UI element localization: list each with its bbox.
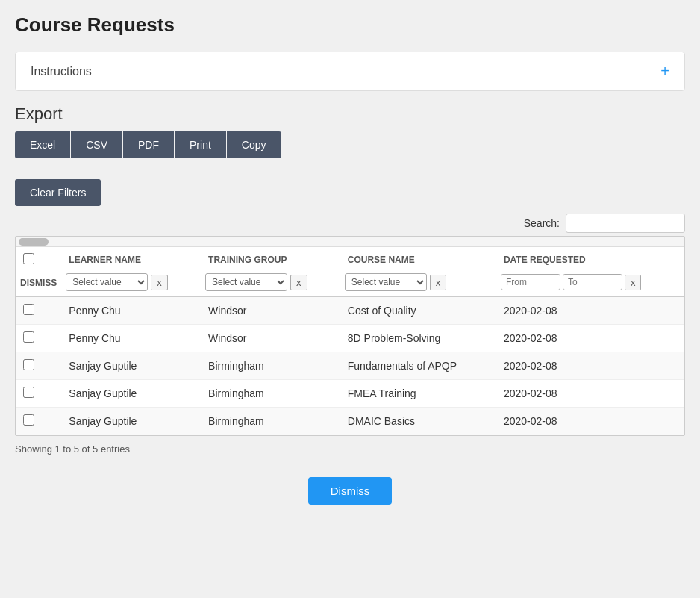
learner-name-select[interactable]: Select value	[66, 273, 148, 291]
training-group-cell: Birmingham	[201, 352, 340, 380]
row-checkbox[interactable]	[23, 414, 34, 426]
export-section: Export Excel CSV PDF Print Copy	[15, 105, 685, 158]
th-training-group-filter: Select value x	[201, 270, 340, 297]
date-requested-cell: 2020-02-08	[496, 352, 684, 380]
course-requests-table: LEARNER NAME TRAINING GROUP COURSE NAME …	[16, 247, 684, 435]
th-course-name: COURSE NAME	[340, 247, 496, 270]
date-requested-cell: 2020-02-08	[496, 325, 684, 352]
th-dismiss-filter: DISMISS	[16, 270, 61, 297]
export-buttons-group: Excel CSV PDF Print Copy	[15, 131, 685, 158]
table-row: Sanjay GuptileBirminghamFMEA Training202…	[16, 380, 684, 408]
date-requested-cell: 2020-02-08	[496, 380, 684, 408]
export-print-button[interactable]: Print	[175, 131, 226, 158]
clear-filters-button[interactable]: Clear Filters	[15, 179, 101, 206]
table-scroll-wrapper: LEARNER NAME TRAINING GROUP COURSE NAME …	[15, 236, 685, 436]
course-name-cell: FMEA Training	[340, 380, 496, 408]
page-title: Course Requests	[15, 13, 685, 37]
row-checkbox-cell	[16, 296, 61, 325]
instructions-label: Instructions	[31, 65, 92, 78]
table-row: Sanjay GuptileBirminghamDMAIC Basics2020…	[16, 408, 684, 435]
row-checkbox-cell	[16, 352, 61, 380]
table-filter-row: DISMISS Select value x Sel	[16, 270, 684, 297]
learner-name-cell: Sanjay Guptile	[61, 352, 201, 380]
th-learner-name: LEARNER NAME	[61, 247, 201, 270]
row-checkbox[interactable]	[23, 331, 34, 343]
training-group-filter-wrapper: Select value x	[205, 273, 336, 291]
export-title: Export	[15, 105, 685, 124]
scrollbar-thumb	[19, 238, 49, 246]
row-checkbox[interactable]	[23, 304, 34, 315]
row-checkbox[interactable]	[23, 387, 34, 398]
course-name-filter-wrapper: Select value x	[345, 273, 492, 291]
course-name-select[interactable]: Select value	[345, 273, 427, 291]
entries-info: Showing 1 to 5 of 5 entries	[15, 443, 685, 455]
dismiss-footer: Dismiss	[15, 477, 685, 520]
instructions-box: Instructions +	[15, 52, 685, 91]
th-date-requested: DATE REQUESTED	[496, 247, 684, 270]
date-requested-cell: 2020-02-08	[496, 296, 684, 325]
learner-name-cell: Sanjay Guptile	[61, 408, 201, 435]
training-group-cell: Birmingham	[201, 408, 340, 435]
th-course-name-filter: Select value x	[340, 270, 496, 297]
learner-name-cell: Penny Chu	[61, 296, 201, 325]
course-name-clear-button[interactable]: x	[430, 275, 447, 290]
training-group-clear-button[interactable]: x	[290, 275, 307, 290]
export-csv-button[interactable]: CSV	[71, 131, 122, 158]
course-name-cell: DMAIC Basics	[340, 408, 496, 435]
instructions-toggle-button[interactable]: +	[660, 63, 669, 80]
dismiss-label: DISMISS	[20, 278, 57, 288]
table-header-row: LEARNER NAME TRAINING GROUP COURSE NAME …	[16, 247, 684, 270]
search-label: Search:	[524, 217, 560, 229]
row-checkbox-cell	[16, 325, 61, 352]
learner-name-cell: Sanjay Guptile	[61, 380, 201, 408]
date-requested-cell: 2020-02-08	[496, 408, 684, 435]
select-all-checkbox[interactable]	[23, 253, 34, 264]
training-group-select[interactable]: Select value	[205, 273, 287, 291]
export-copy-button[interactable]: Copy	[227, 131, 281, 158]
table-row: Sanjay GuptileBirminghamFundamentals of …	[16, 352, 684, 380]
date-filter-wrapper: x	[501, 274, 680, 290]
clear-filters-wrapper: Clear Filters	[15, 169, 685, 214]
th-date-filter: x	[496, 270, 684, 297]
th-checkbox	[16, 247, 61, 270]
learner-name-cell: Penny Chu	[61, 325, 201, 352]
search-input[interactable]	[566, 214, 685, 233]
th-training-group: TRAINING GROUP	[201, 247, 340, 270]
horizontal-scrollbar[interactable]	[16, 237, 684, 247]
date-from-input[interactable]	[501, 274, 560, 290]
th-learner-name-filter: Select value x	[61, 270, 201, 297]
row-checkbox-cell	[16, 408, 61, 435]
dismiss-button[interactable]: Dismiss	[308, 477, 393, 505]
export-pdf-button[interactable]: PDF	[123, 131, 174, 158]
course-name-cell: Fundamentals of APQP	[340, 352, 496, 380]
course-name-cell: 8D Problem-Solving	[340, 325, 496, 352]
search-bar: Search:	[15, 214, 685, 233]
row-checkbox[interactable]	[23, 359, 34, 370]
date-to-input[interactable]	[563, 274, 622, 290]
table-body: Penny ChuWindsorCost of Quality2020-02-0…	[16, 296, 684, 435]
table-row: Penny ChuWindsor8D Problem-Solving2020-0…	[16, 325, 684, 352]
training-group-cell: Birmingham	[201, 380, 340, 408]
course-name-cell: Cost of Quality	[340, 296, 496, 325]
export-excel-button[interactable]: Excel	[15, 131, 70, 158]
training-group-cell: Windsor	[201, 296, 340, 325]
date-clear-button[interactable]: x	[625, 275, 642, 290]
training-group-cell: Windsor	[201, 325, 340, 352]
table-row: Penny ChuWindsorCost of Quality2020-02-0…	[16, 296, 684, 325]
learner-name-filter-wrapper: Select value x	[66, 273, 196, 291]
learner-name-clear-button[interactable]: x	[151, 275, 168, 290]
row-checkbox-cell	[16, 380, 61, 408]
